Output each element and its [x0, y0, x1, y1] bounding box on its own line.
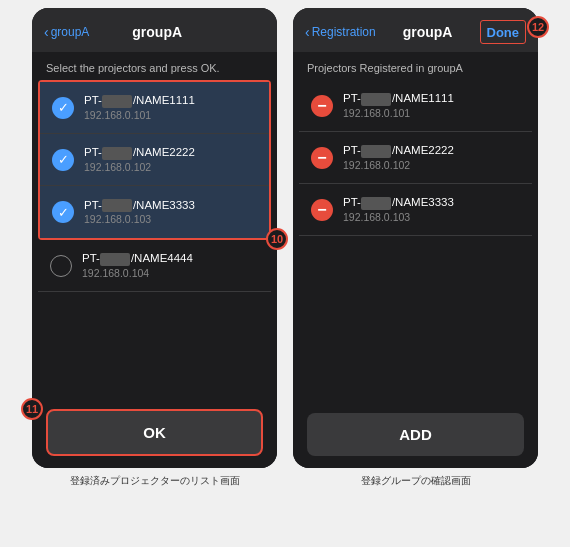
right-caption: 登録グループの確認画面	[361, 474, 471, 488]
right-phone-screen: ‹ Registration groupA Done Projectors Re…	[293, 8, 538, 468]
redacted-2	[102, 147, 132, 160]
right-projector-list: − PT- /NAME1111 192.168.0.101 − PT- /NAM…	[293, 80, 538, 401]
right-projector-name-3: PT- /NAME3333	[343, 196, 454, 209]
left-nav-bar: ‹ groupA groupA	[32, 8, 277, 52]
left-projector-ip-2: 192.168.0.102	[84, 161, 195, 173]
left-projector-name-2: PT- /NAME2222	[84, 146, 195, 159]
redacted-4	[100, 253, 130, 266]
right-instruction: Projectors Registered in groupA	[293, 52, 538, 80]
right-projector-ip-1: 192.168.0.101	[343, 107, 454, 119]
left-projector-name-4: PT- /NAME4444	[82, 252, 193, 265]
right-projector-item-2[interactable]: − PT- /NAME2222 192.168.0.102	[299, 132, 532, 184]
left-bottom-area: OK	[32, 397, 277, 468]
left-projector-item-3[interactable]: ✓ PT- /NAME3333 192.168.0.103	[40, 186, 269, 238]
right-redacted-2	[361, 145, 391, 158]
minus-icon-3: −	[311, 199, 333, 221]
ok-button[interactable]: OK	[46, 409, 263, 456]
right-projector-info-3: PT- /NAME3333 192.168.0.103	[343, 196, 454, 222]
left-projector-list: ✓ PT- /NAME1111 192.168.0.101 ✓	[32, 80, 277, 397]
left-projector-item-2[interactable]: ✓ PT- /NAME2222 192.168.0.102	[40, 134, 269, 186]
left-phone-screen: ‹ groupA groupA Select the projectors an…	[32, 8, 277, 468]
left-projector-info-3: PT- /NAME3333 192.168.0.103	[84, 199, 195, 225]
badge-11: 11	[21, 398, 43, 420]
redacted-3	[102, 199, 132, 212]
left-projector-info-1: PT- /NAME1111 192.168.0.101	[84, 94, 195, 120]
add-button[interactable]: ADD	[307, 413, 524, 456]
left-projector-ip-4: 192.168.0.104	[82, 267, 193, 279]
left-projector-ip-3: 192.168.0.103	[84, 213, 195, 225]
left-projector-item-4[interactable]: PT- /NAME4444 192.168.0.104	[38, 240, 271, 292]
left-projector-ip-1: 192.168.0.101	[84, 109, 195, 121]
right-redacted-3	[361, 197, 391, 210]
right-projector-item-3[interactable]: − PT- /NAME3333 192.168.0.103	[299, 184, 532, 236]
left-projector-info-4: PT- /NAME4444 192.168.0.104	[82, 252, 193, 278]
right-back-button[interactable]: ‹ Registration	[305, 24, 376, 40]
right-nav-bar: ‹ Registration groupA Done	[293, 8, 538, 52]
left-back-button[interactable]: ‹ groupA	[44, 24, 89, 40]
right-projector-info-2: PT- /NAME2222 192.168.0.102	[343, 144, 454, 170]
left-projector-info-2: PT- /NAME2222 192.168.0.102	[84, 146, 195, 172]
check-icon-2: ✓	[52, 149, 74, 171]
left-instruction: Select the projectors and press OK.	[32, 52, 277, 80]
right-screen-wrapper: ‹ Registration groupA Done Projectors Re…	[293, 8, 538, 488]
left-back-label: groupA	[51, 25, 90, 39]
badge-12: 12	[527, 16, 549, 38]
badge-10: 10	[266, 228, 288, 250]
done-button: Done	[487, 25, 520, 40]
right-projector-info-1: PT- /NAME1111 192.168.0.101	[343, 92, 454, 118]
left-projector-item-1[interactable]: ✓ PT- /NAME1111 192.168.0.101	[40, 82, 269, 134]
right-chevron-icon: ‹	[305, 24, 310, 40]
right-projector-ip-3: 192.168.0.103	[343, 211, 454, 223]
right-projector-name-1: PT- /NAME1111	[343, 92, 454, 105]
minus-icon-1: −	[311, 95, 333, 117]
left-projector-name-1: PT- /NAME1111	[84, 94, 195, 107]
left-screen-wrapper: ‹ groupA groupA Select the projectors an…	[32, 8, 277, 488]
right-redacted-1	[361, 93, 391, 106]
screens-container: ‹ groupA groupA Select the projectors an…	[12, 0, 558, 488]
minus-icon-2: −	[311, 147, 333, 169]
right-projector-name-2: PT- /NAME2222	[343, 144, 454, 157]
left-chevron-icon: ‹	[44, 24, 49, 40]
done-button-wrapper[interactable]: Done	[480, 20, 527, 44]
right-nav-title: groupA	[403, 24, 453, 40]
right-projector-ip-2: 192.168.0.102	[343, 159, 454, 171]
empty-circle-4	[50, 255, 72, 277]
right-back-label: Registration	[312, 25, 376, 39]
selection-highlight-box: ✓ PT- /NAME1111 192.168.0.101 ✓	[38, 80, 271, 240]
left-nav-title: groupA	[132, 24, 182, 40]
right-bottom-area: ADD	[293, 401, 538, 468]
right-projector-item-1[interactable]: − PT- /NAME1111 192.168.0.101	[299, 80, 532, 132]
redacted-1	[102, 95, 132, 108]
left-projector-name-3: PT- /NAME3333	[84, 199, 195, 212]
check-icon-3: ✓	[52, 201, 74, 223]
left-caption: 登録済みプロジェクターのリスト画面	[70, 474, 240, 488]
check-icon-1: ✓	[52, 97, 74, 119]
